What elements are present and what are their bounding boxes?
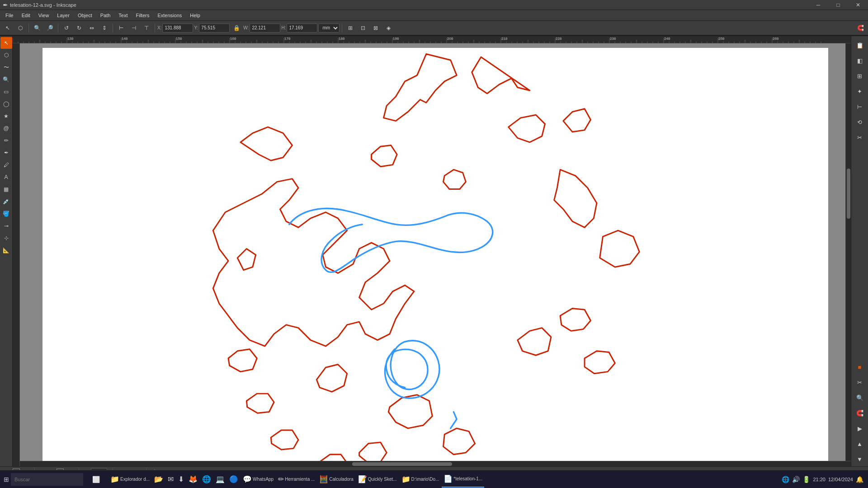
node-tool-btn[interactable]: ⬡ <box>14 22 26 34</box>
menu-path[interactable]: Path <box>97 12 114 19</box>
expand-panel-btn[interactable]: ▶ <box>853 421 867 436</box>
zoom-tool[interactable]: 🔍 <box>0 74 12 85</box>
menu-object[interactable]: Object <box>74 12 96 19</box>
star-tool[interactable]: ★ <box>0 110 12 122</box>
inkscape-taskbar[interactable]: ✏ Herramienta ... <box>276 471 316 488</box>
menu-layer[interactable]: Layer <box>53 12 73 19</box>
select-arrow-tool[interactable]: ↖ <box>0 37 12 49</box>
ellipse-tool[interactable]: ◯ <box>0 98 12 110</box>
taskview-btn[interactable]: ⬜ <box>87 471 105 488</box>
objects-btn[interactable]: ⊞ <box>853 69 867 83</box>
scroll-up-btn[interactable]: ▲ <box>853 436 867 451</box>
vscroll-thumb[interactable] <box>847 169 850 219</box>
taskbar-time[interactable]: 21:20 <box>813 477 826 482</box>
menu-edit[interactable]: Edit <box>18 12 34 19</box>
edge-taskbar[interactable]: 🌐 <box>200 471 213 488</box>
whatsapp-taskbar[interactable]: 💬 WhatsApp <box>241 471 275 488</box>
zoom-panel-btn[interactable]: 🔍 <box>853 390 867 405</box>
pencil-tool[interactable]: ✏ <box>0 135 12 146</box>
hscroll-thumb[interactable] <box>352 462 452 466</box>
menu-filters[interactable]: Filters <box>132 12 153 19</box>
snap-global-btn[interactable]: 🧲 <box>854 22 866 34</box>
lock-aspect-btn[interactable]: 🔒 <box>231 22 242 34</box>
x-label: X: <box>157 25 161 30</box>
flip-h-btn[interactable]: ⇔ <box>86 22 98 34</box>
calculator-taskbar[interactable]: 🧮 Calculadora <box>317 471 355 488</box>
close-button[interactable]: ✕ <box>848 0 868 10</box>
menu-view[interactable]: View <box>35 12 53 19</box>
w-input[interactable] <box>250 23 280 33</box>
zoom-in-btn[interactable]: 🔍 <box>31 22 43 34</box>
connector-tool[interactable]: ⊸ <box>0 220 12 232</box>
notifications-icon[interactable]: 🔔 <box>856 476 863 483</box>
downloads-taskbar[interactable]: ⬇ <box>176 471 186 488</box>
folder2-taskbar[interactable]: 📂 <box>152 471 165 488</box>
scroll-down-btn[interactable]: ▼ <box>853 452 867 466</box>
layers-btn[interactable]: ◧ <box>853 53 867 68</box>
snap-btn4[interactable]: ◈ <box>382 22 394 34</box>
align-center-btn[interactable]: ⊣ <box>128 22 140 34</box>
rect-tool[interactable]: ▭ <box>0 86 12 98</box>
gradient-tool[interactable]: ▦ <box>0 183 12 195</box>
menu-file[interactable]: File <box>2 12 17 19</box>
align-left-btn[interactable]: ⊢ <box>115 22 127 34</box>
toolbar-separator-5 <box>342 23 342 33</box>
rotate-cw-btn[interactable]: ↻ <box>73 22 85 34</box>
pen-tool[interactable]: ✒ <box>0 147 12 159</box>
y-input[interactable] <box>199 23 230 33</box>
snap-btn2[interactable]: ⊡ <box>357 22 369 34</box>
battery-icon[interactable]: 🔋 <box>802 476 810 483</box>
rotate-ccw-btn[interactable]: ↺ <box>61 22 72 34</box>
chrome-taskbar[interactable]: 🔵 <box>227 471 240 488</box>
horizontal-scrollbar[interactable] <box>20 461 851 466</box>
notepad-taskbar[interactable]: 📄 *telesation-1... <box>442 471 484 488</box>
menu-extensions[interactable]: Extensions <box>154 12 185 19</box>
flip-v-btn[interactable]: ⇕ <box>99 22 110 34</box>
w-label: W: <box>243 25 249 30</box>
snap-panel-btn[interactable]: 🧲 <box>853 406 867 420</box>
select-tool-btn[interactable]: ↖ <box>2 22 14 34</box>
dropper-tool2[interactable]: ⊹ <box>0 232 12 244</box>
explorer2-taskbar[interactable]: 📁 D:\mario\Do... <box>400 471 441 488</box>
paint-bucket-tool[interactable]: 🪣 <box>0 208 12 220</box>
svg-rect-165 <box>13 43 20 466</box>
calligraphy-tool[interactable]: 🖊 <box>0 159 12 171</box>
vertical-scrollbar[interactable] <box>845 43 851 461</box>
transform-btn[interactable]: ⟲ <box>853 115 867 129</box>
eyedropper-tool[interactable]: 💉 <box>0 196 12 207</box>
canvas-area[interactable] <box>20 43 851 466</box>
snap-btn3[interactable]: ⊠ <box>370 22 382 34</box>
menu-help[interactable]: Help <box>186 12 204 19</box>
volume-icon[interactable]: 🔊 <box>792 476 800 483</box>
fill-stroke-btn[interactable]: ■ <box>853 360 867 374</box>
unit-select[interactable]: mm px cm in <box>318 23 340 33</box>
symbols-btn[interactable]: ✦ <box>853 84 867 99</box>
text-tool[interactable]: A <box>0 171 12 183</box>
menu-text[interactable]: Text <box>115 12 131 19</box>
spiral-tool[interactable]: @ <box>0 122 12 134</box>
firefox-taskbar[interactable]: 🦊 <box>187 471 199 488</box>
minimize-button[interactable]: ─ <box>808 0 828 10</box>
vscode-taskbar[interactable]: 💻 <box>214 471 226 488</box>
x-input[interactable] <box>162 23 193 33</box>
dropper-right-btn[interactable]: ✂ <box>853 375 867 389</box>
align-btn[interactable]: ⊢ <box>853 99 867 114</box>
zoom-out-btn[interactable]: 🔎 <box>44 22 56 34</box>
maximize-button[interactable]: □ <box>828 0 848 10</box>
email-taskbar[interactable]: ✉ <box>166 471 175 488</box>
tweak-tool[interactable]: 〜 <box>0 61 12 73</box>
node-editor-panel-btn[interactable]: ✂ <box>853 130 867 145</box>
file-explorer-taskbar[interactable]: 📁 Explorador d... <box>108 471 151 488</box>
node-edit-tool[interactable]: ⬡ <box>0 49 12 61</box>
start-menu-icon[interactable]: ⊞ <box>4 476 9 483</box>
xml-editor-btn[interactable]: 📋 <box>853 38 867 52</box>
svg-text:218: 218 <box>501 37 508 41</box>
titlebar-controls[interactable]: ─ □ ✕ <box>808 0 868 10</box>
snap-btn1[interactable]: ⊞ <box>344 22 356 34</box>
align-right-btn[interactable]: ⊤ <box>141 22 152 34</box>
sketchbook-taskbar[interactable]: 📝 Quickly Sket... <box>356 471 399 488</box>
h-input[interactable] <box>287 23 317 33</box>
network-icon[interactable]: 🌐 <box>782 476 789 483</box>
measure-tool[interactable]: 📐 <box>0 244 12 256</box>
search-input[interactable] <box>11 473 83 486</box>
